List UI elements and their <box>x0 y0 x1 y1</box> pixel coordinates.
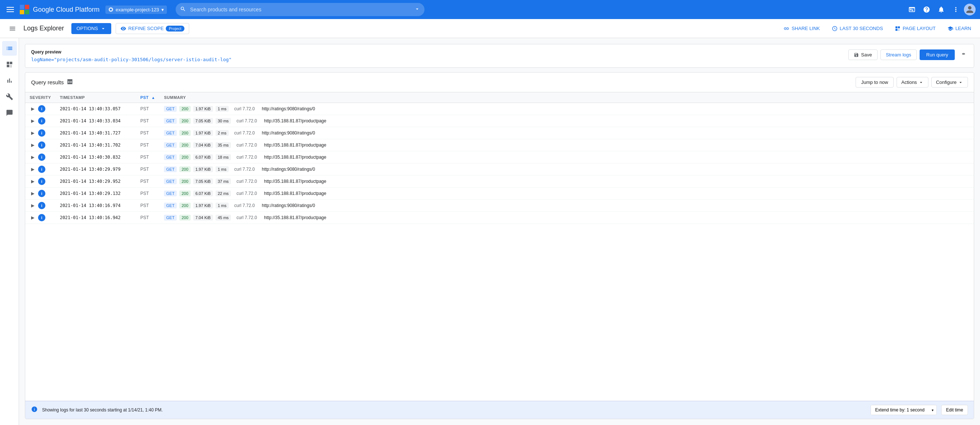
sidebar-item-tools[interactable] <box>2 89 17 104</box>
sidebar-item-logs[interactable] <box>2 41 17 56</box>
project-name: example-project-123 <box>116 7 159 13</box>
size-badge: 7.05 KiB <box>193 118 213 124</box>
row-expand-btn[interactable]: ▶ <box>30 166 36 173</box>
size-badge: 7.05 KiB <box>193 179 213 184</box>
sidebar-item-metrics[interactable] <box>2 73 17 88</box>
col-tz[interactable]: PST ▲ <box>136 92 159 103</box>
expand-results-icon[interactable] <box>67 78 73 86</box>
svg-rect-2 <box>20 10 24 14</box>
row-expand-btn[interactable]: ▶ <box>30 178 36 185</box>
latency-badge: 18 ms <box>216 154 231 160</box>
edit-time-button[interactable]: Edit time <box>941 405 968 415</box>
row-expand-btn[interactable]: ▶ <box>30 214 36 221</box>
last-period-button[interactable]: LAST 30 SECONDS <box>829 24 886 34</box>
configure-button[interactable]: Configure <box>931 77 968 88</box>
status-badge: 200 <box>179 166 190 172</box>
status-badge: 200 <box>179 142 190 148</box>
cell-severity: ▶ i <box>25 151 55 163</box>
second-bar: Logs Explorer OPTIONS REFINE SCOPE Proje… <box>0 19 980 38</box>
agent-text: curl 7.72.0 <box>234 167 255 172</box>
terminal-button[interactable] <box>905 3 918 16</box>
table-row: ▶ i 2021-01-14 13:40:30.832 PST GET 200 … <box>25 151 974 163</box>
extend-time-arrow[interactable]: ▾ <box>929 406 937 414</box>
user-avatar[interactable] <box>964 4 975 15</box>
run-query-button[interactable]: Run query <box>920 50 955 60</box>
query-expand-icon[interactable] <box>959 50 968 60</box>
cell-tz: PST <box>136 163 159 176</box>
severity-badge: i <box>38 141 45 149</box>
sidebar-item-notes[interactable] <box>2 105 17 120</box>
cell-timestamp: 2021-01-14 13:40:29.132 <box>55 188 136 200</box>
search-chevron-icon <box>414 6 420 13</box>
table-row: ▶ i 2021-01-14 13:40:31.702 PST GET 200 … <box>25 139 974 151</box>
method-badge: GET <box>164 154 177 160</box>
notifications-button[interactable] <box>935 3 948 16</box>
row-expand-btn[interactable]: ▶ <box>30 202 36 209</box>
latency-badge: 45 ms <box>216 215 231 220</box>
table-row: ▶ i 2021-01-14 13:40:29.979 PST GET 200 … <box>25 163 974 176</box>
url-text: http://ratings:9080/ratings/0 <box>262 130 315 136</box>
page-layout-button[interactable]: PAGE LAYOUT <box>892 24 939 34</box>
url-text: http://35.188.81.87/productpage <box>264 215 326 220</box>
col-timestamp: TIMESTAMP <box>55 92 136 103</box>
learn-button[interactable]: LEARN <box>945 24 974 34</box>
cell-tz: PST <box>136 176 159 188</box>
project-selector[interactable]: example-project-123 ▾ <box>105 5 167 14</box>
size-badge: 6.07 KiB <box>193 190 213 197</box>
method-badge: GET <box>164 203 177 208</box>
cell-severity: ▶ i <box>25 188 55 200</box>
stream-logs-button[interactable]: Stream logs <box>880 50 917 60</box>
agent-text: curl 7.72.0 <box>234 130 255 136</box>
jump-to-now-button[interactable]: Jump to now <box>856 77 894 88</box>
sidebar-toggle-btn[interactable] <box>6 22 19 35</box>
more-options-button[interactable] <box>949 3 963 16</box>
refine-scope-button[interactable]: REFINE SCOPE Project <box>116 23 189 34</box>
size-badge: 7.04 KiB <box>193 215 213 220</box>
configure-chevron-icon <box>958 80 963 85</box>
svg-point-5 <box>110 8 111 10</box>
clock-icon <box>832 26 838 32</box>
project-badge: Project <box>166 26 184 32</box>
options-button[interactable]: OPTIONS <box>72 23 111 34</box>
actions-button[interactable]: Actions <box>897 77 928 88</box>
row-expand-btn[interactable]: ▶ <box>30 130 36 136</box>
row-expand-btn[interactable]: ▶ <box>30 105 36 112</box>
save-icon <box>854 53 859 58</box>
agent-text: curl 7.72.0 <box>236 155 257 160</box>
cell-timestamp: 2021-01-14 13:40:33.034 <box>55 115 136 127</box>
row-expand-btn[interactable]: ▶ <box>30 190 36 197</box>
sidebar-item-dashboard[interactable] <box>2 57 17 72</box>
save-button[interactable]: Save <box>848 50 878 60</box>
nav-right-icons <box>905 3 975 16</box>
cell-severity: ▶ i <box>25 115 55 127</box>
latency-badge: 35 ms <box>216 142 231 148</box>
app-logo: Google Cloud Platform <box>19 4 100 15</box>
top-nav: Google Cloud Platform example-project-12… <box>0 0 980 19</box>
url-text: http://ratings:9080/ratings/0 <box>262 203 315 208</box>
table-row: ▶ i 2021-01-14 13:40:29.132 PST GET 200 … <box>25 188 974 200</box>
row-expand-btn[interactable]: ▶ <box>30 142 36 149</box>
project-chevron: ▾ <box>161 7 164 13</box>
cell-tz: PST <box>136 103 159 115</box>
size-badge: 6.07 KiB <box>193 154 213 160</box>
severity-badge: i <box>38 129 45 137</box>
cell-summary: GET 200 7.05 KiB 30 ms curl 7.72.0 http:… <box>159 115 974 127</box>
help-button[interactable] <box>920 3 933 16</box>
status-badge: 200 <box>179 215 190 220</box>
layout-icon <box>895 26 900 32</box>
row-expand-btn[interactable]: ▶ <box>30 118 36 124</box>
hamburger-menu[interactable] <box>5 3 16 16</box>
row-expand-btn[interactable]: ▶ <box>30 154 36 160</box>
share-link-button[interactable]: SHARE LINK <box>781 24 822 34</box>
cell-severity: ▶ i <box>25 176 55 188</box>
search-input[interactable] <box>176 3 425 16</box>
status-badge: 200 <box>179 203 190 208</box>
bottom-info-text: Showing logs for last 30 seconds startin… <box>42 407 866 412</box>
results-actions: Jump to now Actions Configure <box>856 77 968 88</box>
extend-time-main[interactable]: Extend time by: 1 second <box>871 405 929 415</box>
extend-time-button[interactable]: Extend time by: 1 second ▾ <box>870 405 937 415</box>
search-icon <box>180 6 186 13</box>
left-sidebar <box>0 38 19 425</box>
query-preview-code: logName="projects/asm-audit-policy-30150… <box>31 57 844 62</box>
agent-text: curl 7.72.0 <box>236 142 257 148</box>
